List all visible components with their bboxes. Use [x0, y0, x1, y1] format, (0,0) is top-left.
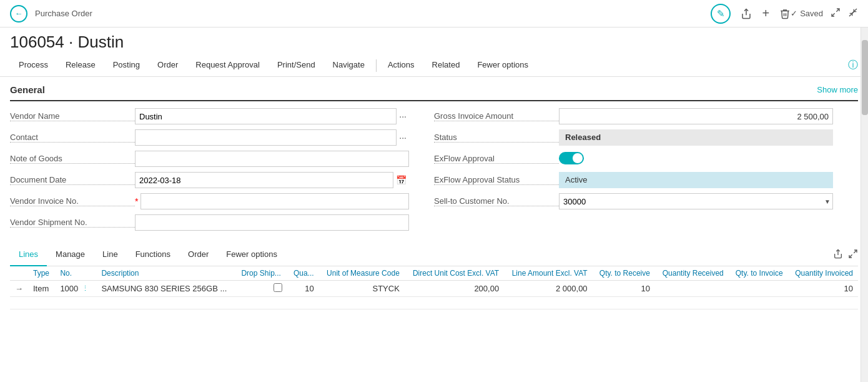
exflow-approval-status-field-wrapper: Active	[559, 172, 833, 188]
sell-to-customer-no-field-wrapper: 30000 ▼	[559, 193, 833, 209]
nav-separator	[376, 59, 377, 72]
exflow-approval-label: ExFlow Approval	[434, 154, 559, 164]
exflow-approval-toggle[interactable]	[559, 152, 584, 164]
page-title: 106054 · Dustin	[10, 33, 858, 52]
form-col-left: Vendor Name ··· Contact ··· Note	[10, 106, 434, 234]
nav-posting[interactable]: Posting	[104, 54, 149, 77]
drop-ship-checkbox[interactable]	[274, 283, 282, 292]
vendor-invoice-no-field-wrapper: *	[135, 193, 409, 209]
lines-tab-manage[interactable]: Manage	[47, 244, 94, 266]
contact-field-wrapper: ···	[135, 129, 409, 146]
exflow-approval-status-row: ExFlow Approval Status Active	[434, 170, 833, 190]
lines-tab-line[interactable]: Line	[94, 244, 127, 266]
nav-print-send[interactable]: Print/Send	[269, 54, 324, 77]
vendor-shipment-no-row: Vendor Shipment No.	[10, 213, 409, 233]
calendar-icon[interactable]: 📅	[393, 175, 409, 185]
document-date-row: Document Date 📅	[10, 170, 409, 190]
th-direct-unit-cost: Direct Unit Cost Excl. VAT	[405, 266, 504, 281]
row-quantity-received	[655, 281, 729, 297]
vendor-shipment-no-label: Vendor Shipment No.	[10, 218, 135, 228]
nav-related[interactable]: Related	[423, 54, 469, 77]
lines-tab-fewer-options[interactable]: Fewer options	[217, 244, 286, 266]
contact-row: Contact ···	[10, 128, 409, 148]
th-quantity: Qua...	[287, 266, 318, 281]
row-type[interactable]: Item	[28, 281, 55, 297]
vendor-name-row: Vendor Name ···	[10, 106, 409, 126]
exflow-approval-status-value: Active	[559, 172, 833, 188]
document-date-field-wrapper: 📅	[135, 172, 409, 188]
sell-to-customer-no-label: Sell-to Customer No.	[434, 196, 559, 206]
show-more-button[interactable]: Show more	[817, 85, 858, 94]
vendor-invoice-no-input[interactable]	[141, 193, 409, 209]
table-header-row: Type No. Description Drop Ship... Qua...	[10, 266, 858, 281]
nav-request-approval[interactable]: Request Approval	[187, 54, 269, 77]
sell-to-customer-no-select[interactable]: 30000	[559, 193, 833, 209]
saved-status: ✓ Saved	[791, 9, 823, 18]
scrollbar-track[interactable]	[861, 28, 868, 382]
lines-share-icon[interactable]	[833, 249, 843, 261]
nav-process[interactable]: Process	[10, 54, 57, 77]
gross-invoice-amount-row: Gross Invoice Amount 2 500,00	[434, 106, 833, 126]
delete-button[interactable]	[779, 8, 791, 19]
exflow-approval-status-label: ExFlow Approval Status	[434, 175, 559, 185]
note-of-goods-input[interactable]	[135, 151, 409, 167]
vendor-shipment-no-field-wrapper	[135, 214, 409, 231]
nav-release[interactable]: Release	[57, 54, 104, 77]
exflow-approval-row: ExFlow Approval	[434, 149, 833, 169]
vendor-name-input[interactable]	[135, 108, 397, 124]
th-unit-of-measure: Unit of Measure Code	[319, 266, 405, 281]
svg-line-2	[832, 13, 835, 16]
th-type: Type	[28, 266, 55, 281]
svg-line-1	[836, 9, 839, 12]
row-description: SAMSUNG 830 SERIES 256GB ...	[96, 281, 236, 297]
edit-button[interactable]: ✎	[711, 4, 731, 24]
share-button[interactable]	[741, 8, 752, 19]
expand-window-button[interactable]	[831, 8, 841, 19]
svg-line-7	[849, 254, 852, 258]
nav-actions[interactable]: Actions	[379, 54, 423, 77]
contact-more-button[interactable]: ···	[397, 133, 409, 143]
lines-expand-icon[interactable]	[848, 249, 858, 261]
lines-tab-lines[interactable]: Lines	[10, 244, 47, 266]
vendor-shipment-no-input[interactable]	[135, 214, 409, 231]
back-button[interactable]: ←	[10, 5, 27, 23]
document-date-input[interactable]	[135, 172, 393, 188]
info-icon[interactable]: ⓘ	[848, 59, 858, 72]
contact-input[interactable]	[135, 129, 397, 146]
module-title: Purchase Order	[35, 9, 711, 18]
edit-icon: ✎	[717, 8, 725, 19]
th-quantity-invoiced: Quantity Invoiced	[788, 266, 858, 281]
vendor-name-label: Vendor Name	[10, 111, 135, 121]
row-no-more-button[interactable]: ⋮	[81, 284, 90, 293]
lines-tab-order[interactable]: Order	[179, 244, 217, 266]
lines-section: Lines Manage Line Functions Order Fewer …	[10, 244, 858, 309]
note-of-goods-field-wrapper	[135, 151, 409, 167]
row-no: 1000⋮	[55, 281, 96, 297]
row-quantity-invoiced: 10	[788, 281, 858, 297]
nav-fewer-options[interactable]: Fewer options	[468, 54, 537, 77]
vendor-name-more-button[interactable]: ···	[397, 111, 409, 121]
svg-line-4	[849, 12, 854, 16]
th-qty-to-receive: Qty. to Receive	[593, 266, 655, 281]
th-description: Description	[96, 266, 236, 281]
check-icon: ✓	[791, 9, 797, 18]
th-quantity-received: Quantity Received	[655, 266, 729, 281]
scrollbar-thumb[interactable]	[862, 40, 868, 115]
vendor-invoice-no-label: Vendor Invoice No.	[10, 196, 135, 206]
nav-order[interactable]: Order	[149, 54, 187, 77]
gross-invoice-amount-field-wrapper: 2 500,00	[559, 108, 833, 124]
lines-tab-functions[interactable]: Functions	[127, 244, 179, 266]
gross-invoice-amount-label: Gross Invoice Amount	[434, 111, 559, 121]
add-button[interactable]: +	[762, 6, 769, 21]
row-drop-ship[interactable]	[236, 281, 287, 297]
form-col-right: Gross Invoice Amount 2 500,00 Status Rel…	[434, 106, 858, 234]
section-title-general: General	[10, 84, 45, 95]
th-line-amount: Line Amount Excl. VAT	[504, 266, 592, 281]
toggle-slider	[559, 152, 584, 164]
minimize-window-button[interactable]	[848, 8, 858, 19]
row-direct-unit-cost: 200,00	[405, 281, 504, 297]
note-of-goods-row: Note of Goods	[10, 149, 409, 169]
nav-navigate[interactable]: Navigate	[324, 54, 373, 77]
status-field-wrapper: Released	[559, 129, 833, 146]
required-star: *	[135, 196, 138, 206]
